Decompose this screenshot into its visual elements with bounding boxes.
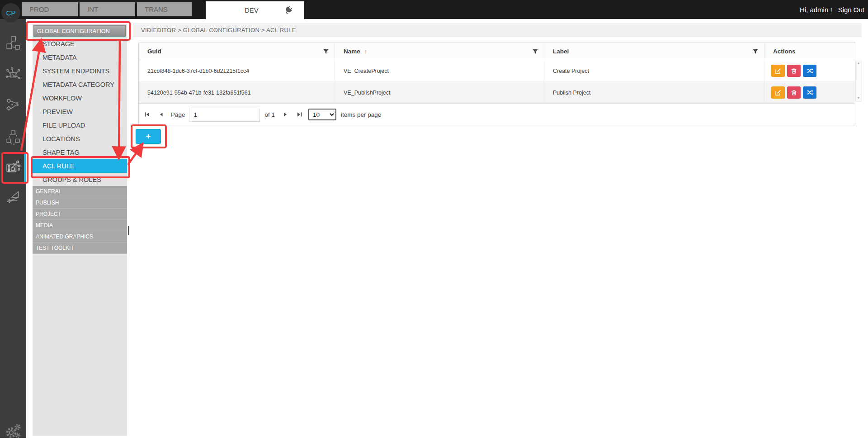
- menu-item-shape-tag[interactable]: SHAPE TAG: [33, 146, 127, 159]
- tab-label: INT: [87, 5, 98, 13]
- tab-label: PROD: [29, 5, 49, 13]
- app-root: PRODINTTRANSDEV Hi, admin ! Sign Out CP: [0, 0, 868, 443]
- actions-cell: [764, 82, 855, 103]
- menu-item-acl-rule[interactable]: ACL RULE: [33, 159, 127, 173]
- greeting-text: Hi, admin !: [800, 6, 832, 14]
- menu-section-project[interactable]: PROJECT: [33, 209, 127, 220]
- sign-out-link[interactable]: Sign Out: [838, 6, 864, 14]
- edit-button[interactable]: [771, 65, 785, 77]
- tab-prod[interactable]: PROD: [22, 2, 78, 16]
- cell-guid: 54120e91-554b-471b-fe31-132fa651f561: [139, 82, 335, 103]
- actions-cell: [764, 60, 855, 81]
- filter-icon[interactable]: [533, 49, 538, 56]
- items-per-page-select[interactable]: 10: [308, 109, 336, 120]
- menu-sections: GENERALPUBLISHPROJECTMEDIAANIMATED GRAPH…: [33, 186, 127, 254]
- cell-guid: 21cbf848-1dc6-37cf-d1b0-6d21215f1cc4: [139, 60, 335, 81]
- menu-header-global-configuration[interactable]: GLOBAL CONFIGURATION: [33, 25, 126, 37]
- acl-rule-grid: Guid Name ↑ Label Actions: [138, 43, 855, 125]
- cluster-icon[interactable]: [0, 123, 26, 152]
- menu-item-locations[interactable]: LOCATIONS: [33, 132, 127, 146]
- tab-label: DEV: [245, 6, 259, 14]
- settings-gears-icon[interactable]: [0, 416, 26, 443]
- publish-icon[interactable]: [0, 181, 26, 210]
- grid-header: Guid Name ↑ Label Actions: [139, 43, 855, 60]
- menu-items: STORAGEMETADATASYSTEM ENDPOINTSMETADATA …: [33, 37, 127, 186]
- tab-dev[interactable]: DEV: [206, 1, 304, 19]
- tab-int[interactable]: INT: [80, 2, 135, 16]
- user-area: Hi, admin ! Sign Out: [800, 0, 864, 19]
- column-header-actions: Actions: [764, 43, 855, 60]
- add-acl-rule-button[interactable]: +: [136, 129, 161, 144]
- table-row[interactable]: 54120e91-554b-471b-fe31-132fa651f561VE_P…: [139, 82, 855, 104]
- column-header-guid[interactable]: Guid: [139, 43, 335, 60]
- icon-sidebar: [0, 19, 26, 438]
- avatar[interactable]: CP: [1, 3, 20, 22]
- page-number-input[interactable]: [189, 108, 260, 122]
- menu-item-preview[interactable]: PREVIEW: [33, 105, 127, 119]
- annotation-arrow-to-add-button: [128, 148, 140, 165]
- avatar-initials: CP: [6, 9, 16, 17]
- breadcrumb: VIDIEDITOR > GLOBAL CONFIGURATION > ACL …: [133, 23, 862, 37]
- pagination-bar: Page of 1 10 items per page: [139, 104, 855, 125]
- filter-icon[interactable]: [323, 49, 329, 56]
- menu-item-metadata-category[interactable]: METADATA CATEGORY: [33, 78, 127, 91]
- menu-section-media[interactable]: MEDIA: [33, 220, 127, 231]
- workflow-icon[interactable]: [0, 91, 26, 119]
- column-header-label[interactable]: Label: [544, 43, 764, 60]
- cell-label: Publish Project: [544, 82, 764, 103]
- cell-label: Create Project: [544, 60, 764, 81]
- sort-asc-icon: ↑: [364, 48, 368, 55]
- menu-section-publish[interactable]: PUBLISH: [33, 197, 127, 209]
- items-per-page-label: items per page: [341, 111, 381, 118]
- scroll-down-icon[interactable]: ▼: [856, 96, 861, 100]
- previous-page-button[interactable]: [159, 112, 163, 117]
- top-bar: PRODINTTRANSDEV Hi, admin ! Sign Out: [0, 0, 868, 19]
- table-row[interactable]: 21cbf848-1dc6-37cf-d1b0-6d21215f1cc4VE_C…: [139, 60, 855, 82]
- grid-vertical-scrollbar[interactable]: ▲ ▼: [855, 60, 862, 102]
- delete-button[interactable]: [787, 65, 801, 77]
- column-header-name[interactable]: Name ↑: [335, 43, 544, 60]
- grid-body: 21cbf848-1dc6-37cf-d1b0-6d21215f1cc4VE_C…: [139, 60, 855, 104]
- filter-icon[interactable]: [753, 49, 758, 56]
- menu-section-test-toolkit[interactable]: TEST TOOLKIT: [33, 243, 127, 254]
- last-page-button[interactable]: [297, 112, 302, 117]
- menu-section-general[interactable]: GENERAL: [33, 186, 127, 197]
- page-count-label: of 1: [265, 111, 275, 118]
- first-page-button[interactable]: [144, 112, 150, 117]
- menu-item-storage[interactable]: STORAGE: [33, 37, 127, 51]
- env-tabs: PRODINTTRANSDEV: [0, 0, 868, 19]
- cell-name: VE_CreateProject: [335, 60, 544, 81]
- page-label: Page: [171, 111, 185, 118]
- plug-icon: [283, 5, 293, 15]
- cell-name: VE_PublishProject: [335, 82, 544, 103]
- integration-icon[interactable]: [0, 60, 26, 89]
- scroll-up-icon[interactable]: ▲: [856, 62, 861, 65]
- menu-item-file-upload[interactable]: FILE UPLOAD: [33, 119, 127, 132]
- menu-item-workflow[interactable]: WORKFLOW: [33, 91, 127, 105]
- menu-section-animated-graphics[interactable]: ANIMATED GRAPHICS: [33, 231, 127, 243]
- tab-trans[interactable]: TRANS: [137, 2, 192, 16]
- edit-button[interactable]: [771, 86, 785, 99]
- config-menu-panel: GLOBAL CONFIGURATION STORAGEMETADATASYST…: [33, 24, 127, 436]
- text-cursor-artifact: [128, 226, 129, 235]
- shuffle-button[interactable]: [803, 65, 816, 77]
- next-page-button[interactable]: [283, 112, 288, 117]
- menu-item-metadata[interactable]: METADATA: [33, 51, 127, 64]
- delete-button[interactable]: [787, 86, 801, 99]
- shuffle-button[interactable]: [803, 86, 816, 99]
- menu-item-groups-roles[interactable]: GROUPS & ROLES: [33, 173, 127, 186]
- menu-item-system-endpoints[interactable]: SYSTEM ENDPOINTS: [33, 64, 127, 78]
- modules-icon[interactable]: [0, 29, 26, 57]
- tab-label: TRANS: [145, 5, 168, 13]
- video-editor-icon[interactable]: [0, 153, 26, 182]
